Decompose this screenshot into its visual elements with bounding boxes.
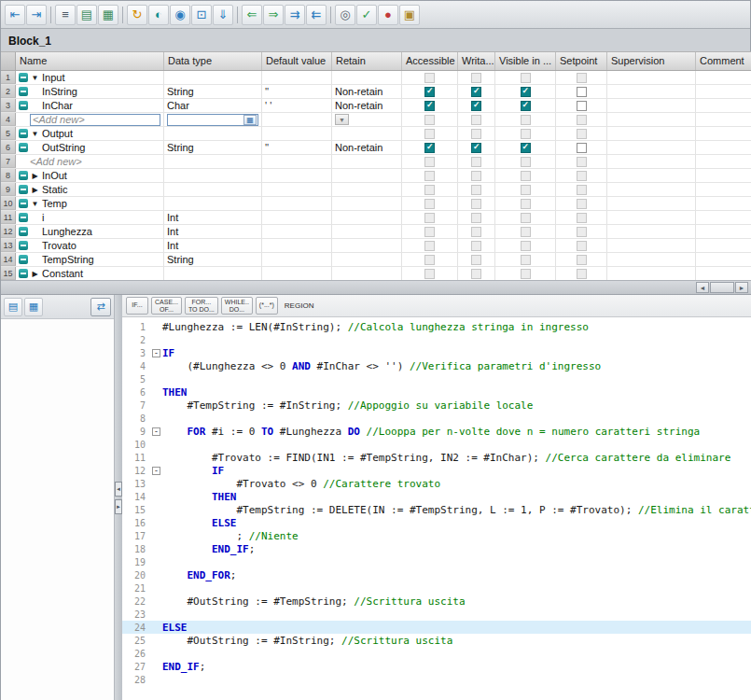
sup-cell[interactable] [607, 141, 696, 154]
comment-cell[interactable] [696, 127, 751, 140]
table-row[interactable]: 13TrovatoInt [1, 239, 751, 253]
snippet-if-button[interactable]: IF... [126, 297, 148, 315]
dt-cell[interactable] [164, 267, 262, 280]
name-cell[interactable]: Lunghezza [16, 225, 164, 238]
name-cell[interactable]: <Add new> [16, 155, 164, 168]
snapshot-actual-values-button[interactable]: ◉ [170, 5, 190, 25]
name-cell[interactable]: ▼Output [16, 127, 164, 140]
checkbox-wr[interactable] [471, 87, 481, 97]
sup-cell[interactable] [607, 113, 696, 126]
outdent-code-button[interactable]: ⇇ [306, 5, 327, 25]
reset-start-values-button[interactable]: ≡ [55, 5, 76, 25]
code-line[interactable]: 14 THEN [122, 490, 751, 503]
dt-cell[interactable]: Int [164, 211, 262, 224]
jump-next-button[interactable]: ⇒ [263, 5, 284, 25]
code-line[interactable]: 11 #Trovato := FIND(IN1 := #TempString, … [122, 451, 751, 464]
chevron-down-icon[interactable]: ▼ [31, 130, 39, 138]
indent-code-button[interactable]: ⇉ [285, 5, 305, 25]
chevron-right-icon[interactable]: ▶ [31, 172, 39, 180]
comment-cell[interactable] [696, 169, 751, 182]
add-row-button[interactable]: ⇥ [26, 5, 47, 25]
fold-toggle-icon[interactable]: - [152, 467, 160, 475]
data-type-combo[interactable]: ▦ [167, 114, 258, 126]
dt-cell[interactable]: Char [164, 99, 262, 112]
code-line[interactable]: 4 (#Lunghezza <> 0 AND #InChar <> '') //… [122, 359, 751, 372]
checkbox-wr[interactable] [471, 101, 481, 111]
def-cell[interactable] [262, 155, 332, 168]
name-cell[interactable]: InChar [16, 99, 164, 112]
dt-cell[interactable] [164, 197, 262, 210]
dt-cell[interactable]: String [164, 253, 262, 266]
def-cell[interactable] [262, 183, 332, 196]
table-row[interactable]: 9▶Static [1, 183, 751, 197]
checkbox-acc[interactable] [424, 101, 435, 111]
dt-cell[interactable] [164, 155, 262, 168]
sup-cell[interactable] [607, 85, 696, 98]
code-line[interactable]: 6THEN [122, 385, 751, 399]
chevron-right-icon[interactable]: ▶ [31, 186, 39, 194]
fold-toggle-icon[interactable]: - [152, 349, 160, 357]
table-row[interactable]: 6OutStringString''Non-retain [1, 141, 751, 155]
chevron-right-icon[interactable]: ▶ [31, 270, 39, 278]
retain-cell[interactable] [332, 155, 402, 168]
comment-cell[interactable] [696, 197, 751, 210]
collapse-all-members-button[interactable]: ▦ [98, 5, 118, 25]
splitter-collapse-button[interactable]: ◄ [115, 482, 122, 497]
code-line[interactable]: 23 [122, 608, 751, 621]
comment-cell[interactable] [696, 253, 751, 266]
code-line[interactable]: 18 END_IF; [122, 542, 751, 555]
retain-cell[interactable]: Non-retain [332, 85, 402, 98]
name-cell[interactable]: ▼Input [16, 71, 164, 84]
snippet-for-button[interactable]: FOR...TO DO... [185, 297, 218, 315]
sup-cell[interactable] [607, 267, 696, 280]
code-line[interactable]: 8 [122, 412, 751, 425]
retain-cell[interactable] [332, 239, 402, 252]
code-line[interactable]: 5 [122, 372, 751, 385]
sup-cell[interactable] [607, 253, 696, 266]
fold-toggle-icon[interactable]: - [152, 427, 160, 436]
sup-cell[interactable] [607, 169, 696, 182]
dt-cell[interactable] [164, 71, 262, 84]
expand-all-members-button[interactable]: ▤ [76, 5, 97, 25]
retain-cell[interactable] [332, 127, 402, 140]
comment-cell[interactable] [696, 155, 751, 168]
comment-cell[interactable] [696, 225, 751, 238]
dt-cell[interactable]: Int [164, 225, 262, 238]
checkbox-sp[interactable] [577, 87, 587, 97]
code-line[interactable]: 20 END_FOR; [122, 568, 751, 581]
name-cell[interactable]: OutString [16, 141, 164, 154]
def-cell[interactable] [262, 113, 332, 126]
code-line[interactable]: 21 [122, 581, 751, 595]
code-line[interactable]: 27END_IF; [122, 660, 751, 673]
breakpoints-button[interactable]: ● [378, 5, 398, 25]
pane-splitter[interactable]: ◄► [115, 295, 122, 700]
snippet-case-button[interactable]: CASE...OF... [151, 297, 182, 315]
def-cell[interactable] [262, 239, 332, 252]
name-cell[interactable]: Trovato [16, 239, 164, 252]
code-line[interactable]: 2 [122, 333, 751, 346]
retain-cell[interactable] [332, 169, 402, 182]
dt-cell[interactable]: String [164, 85, 262, 98]
splitter-expand-button[interactable]: ► [115, 499, 122, 514]
table-row[interactable]: 2InStringString''Non-retain [1, 85, 751, 99]
retain-cell[interactable]: ▼ [332, 113, 402, 126]
keep-actual-values-button[interactable]: ◐ [148, 5, 169, 25]
table-row[interactable]: 8▶InOut [1, 169, 751, 183]
code-line[interactable]: 3-IF [122, 346, 751, 359]
checkbox-sp[interactable] [577, 101, 587, 111]
checkbox-vis[interactable] [521, 143, 531, 153]
code-line[interactable]: 10 [122, 438, 751, 451]
checkbox-wr[interactable] [471, 143, 481, 153]
snippet-comment-button[interactable]: (*...*) [256, 297, 278, 315]
retain-cell[interactable] [332, 253, 402, 266]
update-block-interface-button[interactable]: ↻ [127, 5, 147, 25]
def-cell[interactable] [262, 197, 332, 210]
table-row[interactable]: 7<Add new> [1, 155, 751, 169]
code-line[interactable]: 25 #OutString := #InString; //Scrittura … [122, 634, 751, 647]
scroll-left-button[interactable]: ◄ [696, 282, 709, 293]
sup-cell[interactable] [607, 99, 696, 112]
table-row[interactable]: 5▼Output [1, 127, 751, 141]
sup-cell[interactable] [607, 211, 696, 224]
comment-cell[interactable] [696, 183, 751, 196]
code-line[interactable]: 22 #OutString := #TempString; //Scrittur… [122, 595, 751, 608]
